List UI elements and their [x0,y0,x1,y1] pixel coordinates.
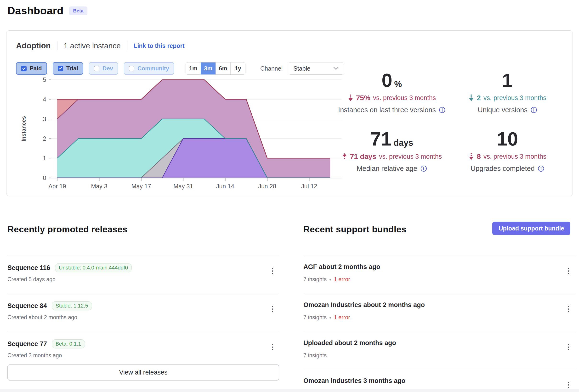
time-range-segmented-control: 1m3m6m1y [186,62,245,75]
bundle-row-title: AGF about 2 months ago [303,263,380,271]
chevron-down-icon [333,67,339,70]
stat-upgrades-completed: 108vs. previous 3 monthsUpgrades complet… [445,130,570,173]
link-to-report[interactable]: Link to this report [134,42,185,49]
y-axis-title: Instances [21,116,27,141]
trend-down-icon [468,94,474,102]
stat-value: 71days [370,130,413,149]
y-tick-label: 2 [43,135,46,142]
kebab-dot [568,268,569,269]
range-1m[interactable]: 1m [186,63,201,74]
adoption-area-chart: 012345Apr 19May 3May 17May 31Jun 14Jun 2… [15,77,345,192]
bundle-meta: 7 insights1 error [303,314,350,321]
bundle-row-menu-button[interactable] [564,303,573,315]
view-all-releases-button[interactable]: View all releases [7,364,279,381]
bundle-row-title: Omozan Industries about 2 months ago [303,301,425,309]
release-sequence: Sequence 77 [7,340,47,348]
license-filter-paid[interactable]: Paid [16,62,47,75]
row-divider [303,294,575,294]
stat-unit: days [393,138,413,149]
x-tick-label: Jul 12 [301,183,317,190]
bundle-insights: 7 insights [303,314,327,321]
license-filter-community[interactable]: Community [124,62,174,75]
stat-number: 10 [497,130,518,149]
stat-unit: % [394,80,402,90]
bundle-insights: 7 insights [303,352,327,358]
license-filter-trial[interactable]: Trial [53,62,83,75]
bundle-title: Uploaded about 2 months ago [303,339,396,347]
x-tick-label: May 31 [173,183,193,190]
bundle-row-menu-button[interactable] [564,265,573,277]
kebab-dot [568,311,569,312]
info-icon[interactable] [538,165,544,172]
stat-number: 0 [382,71,392,90]
range-3m[interactable]: 3m [201,63,216,74]
kebab-dot [272,349,273,350]
separator [127,41,127,50]
range-1y[interactable]: 1y [230,63,245,74]
row-divider [303,332,575,332]
channel-label: Channel [260,65,283,72]
release-row-title: Sequence 116Unstable: 0.4.0-main.444ddf0 [7,263,132,272]
release-channel-badge: Beta: 0.1.1 [52,339,85,348]
bundle-title: Omozan Industries 3 months ago [303,377,405,385]
bundle-insights: 7 insights [303,276,327,282]
release-channel-badge: Unstable: 0.4.0-main.444ddf0 [55,263,132,272]
release-created: Created 5 days ago [7,276,56,283]
stat-change-value: 8 [477,152,481,161]
x-tick-label: May 17 [132,183,151,190]
kebab-dot [568,273,569,274]
filter-label: Community [138,65,169,72]
channel-selected-value: Stable [293,65,310,72]
stat-change-suffix: vs. previous 3 months [379,153,442,160]
release-row-title: Sequence 77Beta: 0.1.1 [7,339,85,348]
kebab-dot [272,344,273,345]
bundle-row-menu-button[interactable] [564,341,573,353]
beta-badge: Beta [69,6,87,15]
stat-change: 2vs. previous 3 months [468,94,546,102]
license-filter-dev[interactable]: Dev [89,62,118,75]
checkbox-icon [58,66,63,71]
bundle-title: Omozan Industries about 2 months ago [303,301,425,309]
info-icon[interactable] [531,107,537,113]
y-tick-label: 5 [43,77,46,83]
bundle-title: AGF about 2 months ago [303,263,380,271]
kebab-dot [272,309,273,310]
stat-label-text: Unique versions [478,106,527,114]
checkbox-icon [21,66,27,71]
info-icon[interactable] [439,107,445,113]
kebab-dot [272,311,273,312]
release-row-menu-button[interactable] [268,341,277,353]
row-divider [7,332,279,332]
release-row-menu-button[interactable] [268,303,277,315]
kebab-dot [568,382,569,383]
row-divider [303,368,575,368]
stat-change-suffix: vs. previous 3 months [484,94,546,102]
stat-change: 8vs. previous 3 months [468,152,546,161]
stat-value: 10 [497,130,518,149]
meta-dot [330,279,331,280]
upload-support-bundle-button[interactable]: Upload support bundle [492,222,570,235]
kebab-dot [568,387,569,388]
stat-label: Unique versions [478,106,537,114]
y-tick-label: 4 [43,96,46,103]
trend-down-icon [468,152,474,161]
page-title: Dashboard [7,5,64,17]
y-tick-label: 1 [43,155,46,162]
kebab-dot [568,344,569,345]
kebab-dot [272,270,273,272]
stat-unique-versions: 12vs. previous 3 monthsUnique versions [445,71,570,114]
bundle-errors: 1 error [334,314,350,321]
checkbox-icon [129,66,134,71]
releases-section: Recently promoted releases Sequence 116U… [7,224,279,392]
row-divider [7,294,279,294]
stat-label-text: Upgrades completed [471,165,535,173]
range-6m[interactable]: 6m [216,63,230,74]
kebab-dot [272,306,273,307]
kebab-dot [568,270,569,272]
bundle-row-title: Uploaded about 2 months ago [303,339,396,347]
checkbox-icon [94,66,99,71]
info-icon[interactable] [421,165,427,172]
release-row-menu-button[interactable] [268,265,277,277]
stat-change-value: 71 days [350,152,376,161]
kebab-dot [568,346,569,348]
